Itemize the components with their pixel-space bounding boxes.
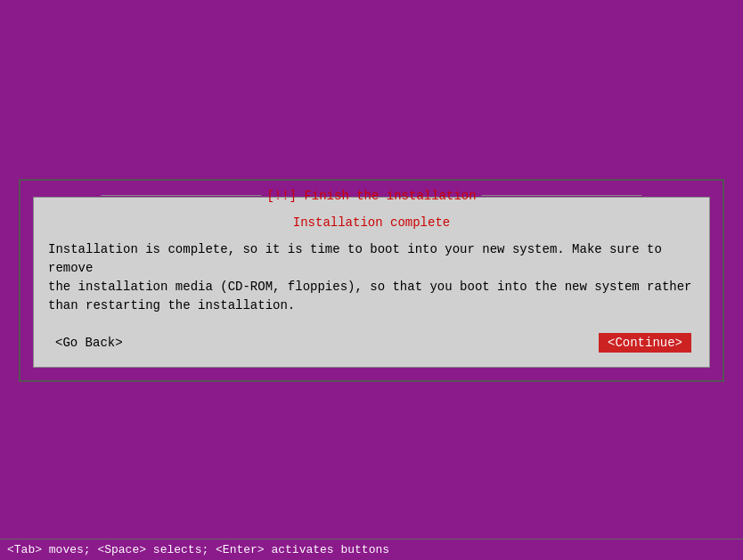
screen: [!!] Finish the installation Installatio… xyxy=(0,0,743,560)
dialog-buttons: <Go Back> <Continue> xyxy=(48,333,695,353)
dialog-container: [!!] Finish the installation Installatio… xyxy=(33,197,710,368)
title-line-right xyxy=(482,195,642,196)
go-back-button[interactable]: <Go Back> xyxy=(52,334,127,352)
dialog-subtitle: Installation complete xyxy=(48,215,695,230)
dialog-title-bar: [!!] Finish the installation xyxy=(101,189,641,203)
bottom-bar: <Tab> moves; <Space> selects; <Enter> ac… xyxy=(0,539,743,560)
title-line-left xyxy=(101,195,261,196)
dialog-body: Installation is complete, so it is time … xyxy=(48,240,695,315)
dialog-inner: Installation complete Installation is co… xyxy=(48,215,695,353)
dialog-title: [!!] Finish the installation xyxy=(266,189,476,203)
dialog-outer-border: [!!] Finish the installation Installatio… xyxy=(19,179,724,382)
bottom-bar-text: <Tab> moves; <Space> selects; <Enter> ac… xyxy=(7,543,389,556)
continue-button[interactable]: <Continue> xyxy=(599,333,691,353)
